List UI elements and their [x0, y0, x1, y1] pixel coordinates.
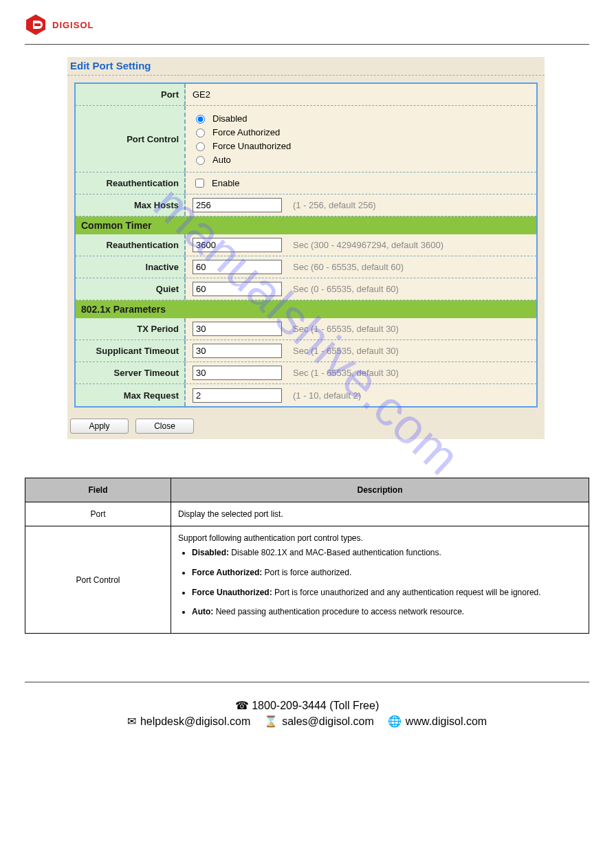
row-server-timeout: Server Timeout Sec (1 - 65535, default 3… [76, 362, 536, 384]
edit-port-setting-panel: Edit Port Setting Port GE2 Port Control … [67, 57, 545, 439]
radio-force-auth-input[interactable] [196, 129, 205, 137]
row-ct-quiet: Quiet Sec (0 - 65535, default 60) [76, 278, 536, 300]
hint-ct-quiet: Sec (0 - 65535, default 60) [287, 284, 399, 294]
hint-tx-period: Sec (1 - 65535, default 30) [287, 324, 399, 334]
input-tx-period[interactable] [193, 322, 282, 336]
value-port: GE2 [186, 87, 536, 102]
radio-force-auth-label: Force Authorized [212, 127, 280, 137]
radio-force-unauthorized[interactable]: Force Unauthorized [193, 140, 291, 151]
cell-port-desc: Display the selected port list. [171, 502, 589, 526]
header-divider [25, 44, 589, 45]
checkbox-reauth-enable[interactable] [195, 179, 204, 188]
row-reauthentication: Reauthentication Enable [76, 173, 536, 194]
input-ct-reauth[interactable] [193, 238, 282, 252]
button-row: Apply Close [67, 413, 545, 439]
label-ct-reauth: Reauthentication [76, 234, 186, 256]
section-common-timer: Common Timer [76, 216, 536, 234]
input-ct-quiet[interactable] [193, 282, 282, 296]
list-item: Disabled: Disable 802.1X and MAC-Based a… [192, 547, 582, 559]
footer-helpdesk-text: helpdesk@digisol.com [140, 715, 250, 728]
input-max-hosts[interactable] [193, 198, 282, 212]
row-max-request: Max Request (1 - 10, default 2) [76, 384, 536, 406]
port-control-bullets: Disabled: Disable 802.1X and MAC-Based a… [178, 547, 582, 618]
footer-helpdesk: ✉ helpdesk@digisol.com [127, 715, 250, 728]
hint-max-request: (1 - 10, default 2) [287, 390, 361, 401]
description-table: Field Description Port Display the selec… [25, 478, 589, 634]
checkbox-reauth-label: Enable [212, 178, 239, 188]
hint-ct-inactive: Sec (60 - 65535, default 60) [287, 262, 404, 272]
radio-force-unauth-label: Force Unauthorized [212, 141, 291, 151]
label-reauthentication: Reauthentication [76, 173, 186, 194]
radio-disabled-input[interactable] [196, 115, 205, 124]
label-max-request: Max Request [76, 384, 186, 406]
bullet-bold: Force Unauthorized: [192, 588, 272, 597]
section-8021x: 802.1x Parameters [76, 300, 536, 318]
radio-disabled-label: Disabled [212, 113, 248, 124]
header-logo: DIGISOL [25, 14, 589, 36]
radio-force-authorized[interactable]: Force Authorized [193, 126, 291, 137]
bullet-text: Port is force authorized. [262, 568, 351, 577]
port-control-intro: Support following authentication port co… [178, 533, 363, 543]
brand-text: DIGISOL [52, 20, 94, 30]
radio-auto-label: Auto [212, 155, 231, 165]
table-row: Port Control Support following authentic… [25, 526, 589, 634]
row-ct-inactive: Inactive Sec (60 - 65535, default 60) [76, 256, 536, 278]
label-ct-quiet: Quiet [76, 278, 186, 300]
cell-port-control-field: Port Control [25, 526, 171, 634]
radio-auto[interactable]: Auto [193, 154, 291, 165]
cell-port-field: Port [25, 502, 171, 526]
row-port: Port GE2 [76, 84, 536, 106]
label-port: Port [76, 84, 186, 105]
logo-hexagon-icon [25, 14, 47, 36]
list-item: Auto: Need passing authentication proced… [192, 606, 582, 618]
form-box: Port GE2 Port Control Disabled Force Aut… [74, 82, 538, 408]
mail-icon: ✉ [127, 715, 136, 728]
footer-sales: ⌛ sales@digisol.com [264, 715, 374, 728]
footer-phone-row: ☎ 1800-209-3444 (Toll Free) [25, 699, 589, 712]
hourglass-icon: ⌛ [264, 715, 278, 728]
list-item: Force Unauthorized: Port is force unauth… [192, 587, 582, 599]
cell-port-control-desc: Support following authentication port co… [171, 526, 589, 634]
svg-rect-1 [34, 23, 41, 26]
label-port-control: Port Control [76, 106, 186, 172]
table-row: Port Display the selected port list. [25, 502, 589, 526]
hint-supp-timeout: Sec (1 - 65535, default 30) [287, 346, 399, 356]
footer-sales-text: sales@digisol.com [282, 715, 374, 728]
bullet-text: Disable 802.1X and MAC-Based authenticat… [229, 548, 441, 557]
row-tx-period: TX Period Sec (1 - 65535, default 30) [76, 318, 536, 340]
label-supp-timeout: Supplicant Timeout [76, 340, 186, 361]
th-field: Field [25, 478, 171, 502]
input-supp-timeout[interactable] [193, 344, 282, 358]
row-port-control: Port Control Disabled Force Authorized F… [76, 106, 536, 173]
bullet-bold: Disabled: [192, 548, 229, 557]
bullet-bold: Force Authorized: [192, 568, 262, 577]
input-ct-inactive[interactable] [193, 260, 282, 274]
apply-button[interactable]: Apply [70, 419, 129, 434]
label-tx-period: TX Period [76, 318, 186, 340]
globe-icon: 🌐 [388, 715, 402, 728]
th-description: Description [171, 478, 589, 502]
row-ct-reauth: Reauthentication Sec (300 - 4294967294, … [76, 234, 536, 256]
bullet-text: Need passing authentication procedure to… [213, 607, 464, 616]
hint-ct-reauth: Sec (300 - 4294967294, default 3600) [287, 240, 443, 250]
bullet-text: Port is force unauthorized and any authe… [272, 588, 541, 597]
radio-force-unauth-input[interactable] [196, 142, 205, 151]
footer-phone: 1800-209-3444 (Toll Free) [252, 700, 379, 711]
list-item: Force Authorized: Port is force authoriz… [192, 567, 582, 579]
input-server-timeout[interactable] [193, 366, 282, 380]
hint-max-hosts: (1 - 256, default 256) [287, 200, 376, 210]
radio-disabled[interactable]: Disabled [193, 113, 291, 124]
phone-icon: ☎ [235, 700, 249, 711]
row-max-hosts: Max Hosts (1 - 256, default 256) [76, 194, 536, 216]
row-supp-timeout: Supplicant Timeout Sec (1 - 65535, defau… [76, 340, 536, 362]
input-max-request[interactable] [193, 388, 282, 403]
bullet-bold: Auto: [192, 607, 213, 616]
hint-server-timeout: Sec (1 - 65535, default 30) [287, 368, 399, 378]
radio-auto-input[interactable] [196, 156, 205, 165]
label-max-hosts: Max Hosts [76, 194, 186, 216]
close-button[interactable]: Close [135, 419, 194, 434]
footer-web-text: www.digisol.com [406, 715, 487, 728]
label-ct-inactive: Inactive [76, 256, 186, 278]
panel-title: Edit Port Setting [67, 57, 545, 76]
page-footer: ☎ 1800-209-3444 (Toll Free) ✉ helpdesk@d… [25, 682, 589, 728]
